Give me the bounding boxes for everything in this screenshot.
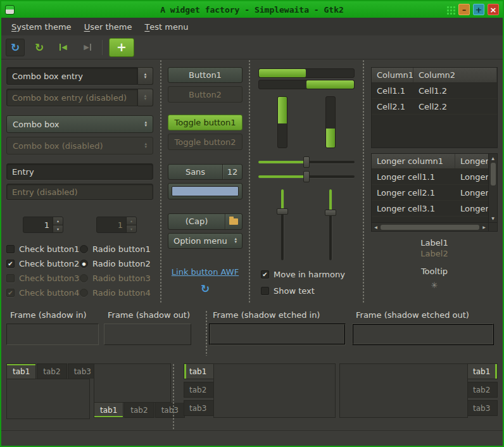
font-button[interactable]: Sans 12 [168,164,243,180]
vscale-2[interactable] [324,189,337,260]
add-button[interactable]: + [109,38,134,57]
table-cell: Longer cell3.2 [455,201,488,216]
tab-tab3[interactable]: tab3 [155,403,185,418]
spin-button[interactable]: 1 ▴▾ [23,217,63,233]
check-button-3: Check button3 [6,274,80,283]
table-row[interactable]: Longer cell1.1 Longer cell1.2 [372,169,488,185]
scroll-down-icon[interactable]: ▼ [489,214,497,222]
label2-disabled: Label2 [371,249,498,258]
radio-button-1[interactable]: Radio button1 [80,244,153,254]
scrollbar-corner [488,222,497,231]
tree-header: Longer column1 Longer column2 [372,154,488,169]
scale-thumb[interactable] [303,171,310,182]
maximize-button[interactable]: + [473,4,484,15]
scroll-right-icon[interactable]: ▶ [480,223,488,231]
spinner-icon: ✳ [371,280,498,290]
pane-handle[interactable] [158,60,163,303]
scrollbar-thumb[interactable] [491,163,496,186]
tab-tab2[interactable]: tab2 [468,382,498,398]
scale-thumb[interactable] [325,210,336,216]
tab-tab2[interactable]: tab2 [37,363,66,379]
close-button[interactable]: × [488,4,499,15]
scroll-left-icon[interactable]: ◀ [372,223,380,231]
tab-tab1[interactable]: tab1 [6,363,36,379]
tab-strip: tab1 tab2 tab3 [6,363,90,379]
hscale-2[interactable] [258,170,355,182]
scale-thumb[interactable] [277,208,288,215]
refresh-button[interactable]: ↻ [30,39,49,56]
show-text-checkbox[interactable]: Show text [261,285,355,298]
button1[interactable]: Button1 [168,67,243,83]
check-label: Check button4 [19,288,79,298]
pane-handle[interactable] [171,363,176,431]
column-header[interactable]: Column2 [413,68,497,82]
notebook-tabs-top: tab1 tab2 tab3 [6,363,90,431]
scroll-up-icon[interactable]: ▲ [489,154,497,162]
table-row[interactable]: Longer cell3.1 Longer cell3.2 [372,201,488,217]
tab-tab3[interactable]: tab3 [184,400,213,416]
tab-tab3[interactable]: tab3 [468,400,498,416]
tab-tab3[interactable]: tab3 [68,363,98,379]
treeview-2: Longer column1 Longer column2 Longer cel… [371,153,498,232]
check-button-1[interactable]: Check button1 [6,244,80,254]
notebook-content [339,363,468,418]
scrollbar-track[interactable] [489,186,497,214]
progressbar-horizontal-1 [258,68,355,78]
toggle-button1[interactable]: Toggle button1 [168,115,243,130]
pane-handle[interactable] [204,310,209,356]
entry-input[interactable] [7,167,153,177]
checkbox-icon: ✔ [261,270,269,279]
go-first-icon: ◀ [60,44,66,51]
titlebar[interactable]: A widget factory - Simplewaita - Gtk2 – … [1,1,503,18]
menu-user-theme[interactable]: User theme [78,18,139,35]
tab-tab2[interactable]: tab2 [184,382,213,398]
awf-toolbar-button[interactable]: ↻ [6,39,25,56]
file-chooser-button[interactable]: (Cap) [168,213,243,229]
menu-system-theme[interactable]: System theme [5,18,78,35]
radio-icon [80,245,88,253]
check-button-4: ✔ Check button4 [6,288,80,298]
combo-box-entry-dropdown-button[interactable]: ▴▾ [138,67,153,85]
color-button[interactable] [168,183,243,199]
menu-test-menu[interactable]: Test menu [138,18,194,35]
table-row[interactable]: Cell2.1 Cell2.2 [372,99,497,115]
color-swatch [172,186,239,196]
radio-button-2[interactable]: ● Radio button2 [80,259,153,268]
combo-box[interactable]: Combo box ▴▾ [6,115,153,133]
column-header[interactable]: Longer column2 [455,154,488,168]
menu-mnemonic: U [84,22,91,32]
vscale-1[interactable] [276,189,289,260]
go-first-button[interactable]: ◀ [54,39,73,56]
pane-handle[interactable] [247,60,252,303]
scrollbar-thumb[interactable] [381,225,479,230]
tab-tab1[interactable]: tab1 [184,363,213,379]
updown-arrows-icon: ▴▾ [144,121,147,127]
scale-fill [258,175,306,178]
tab-tab1[interactable]: tab1 [94,403,123,418]
tab-tab2[interactable]: tab2 [124,403,154,418]
column-header[interactable]: Column1 [372,68,413,82]
link-button[interactable]: Link button AWF [168,267,243,277]
hscale-1[interactable] [258,156,355,168]
check-button-2[interactable]: ✔ Check button2 [6,259,80,268]
move-in-harmony-checkbox[interactable]: ✔ Move in harmony [261,268,355,280]
table-row[interactable]: Cell1.1 Cell1.2 [372,83,497,99]
scale-thumb[interactable] [303,156,310,168]
option-menu[interactable]: Option menu ▴▾ [168,233,243,249]
table-row[interactable]: Longer cell2.1 Longer cell2.2 [372,185,488,201]
window-title: A widget factory - Simplewaita - Gtk2 [1,5,503,15]
vertical-scrollbar[interactable]: ▲ ▼ [488,154,497,222]
minimize-button[interactable]: – [458,4,470,15]
titlebar-grid-icon[interactable] [446,5,455,15]
vertical-scale-row [258,189,355,260]
pane-handle[interactable] [361,60,366,303]
column-header[interactable]: Longer column1 [372,154,455,168]
horizontal-scrollbar[interactable]: ◀ ▶ [372,222,488,231]
tab-tab1[interactable]: tab1 [468,363,498,379]
checkbox-icon: ✔ [6,260,15,268]
spin-up-button[interactable]: ▴ [53,217,63,225]
spin-down-button[interactable]: ▾ [53,225,63,233]
combo-box-entry-input[interactable] [7,72,137,81]
frame-box [6,324,99,345]
spin-row: 1 ▴▾ 1 ▴▾ [6,217,153,233]
